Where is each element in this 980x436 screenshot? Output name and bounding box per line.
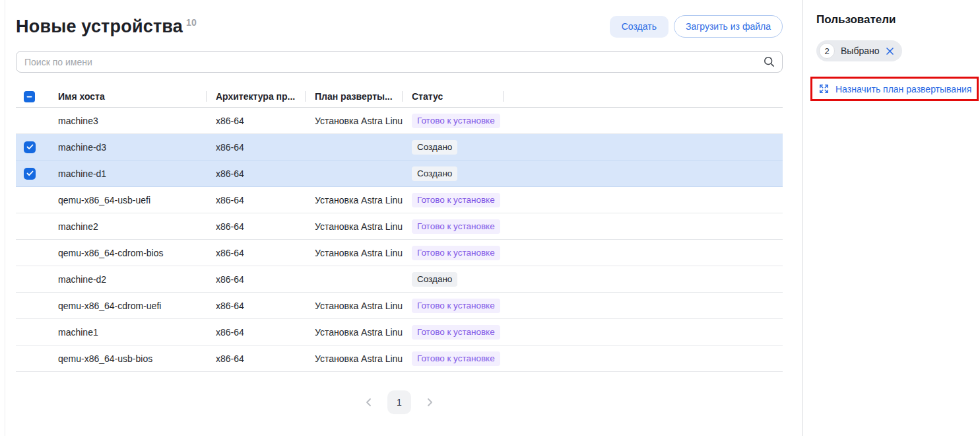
- row-checkbox-cell: [16, 326, 42, 338]
- cell-architecture: x86-64: [207, 327, 306, 338]
- column-header-architecture[interactable]: Архитектура пр...: [207, 86, 306, 107]
- cell-status: Создано: [403, 272, 504, 287]
- row-checkbox[interactable]: [24, 273, 36, 285]
- table-row[interactable]: machine-d3x86-64Создано: [16, 134, 783, 161]
- table-body: machine3x86-64Установка Astra LinuxГотов…: [16, 108, 783, 372]
- cell-architecture: x86-64: [207, 353, 306, 364]
- cell-hostname: machine-d1: [42, 168, 207, 179]
- chevron-left-icon[interactable]: [361, 394, 377, 410]
- cell-architecture: x86-64: [207, 116, 306, 126]
- assign-button-label: Назначить план развертывания: [835, 84, 971, 94]
- sidebar-title: Пользователи: [816, 13, 980, 26]
- column-header-hostname[interactable]: Имя хоста: [42, 86, 207, 107]
- row-checkbox[interactable]: [24, 247, 36, 259]
- status-badge: Готово к установке: [412, 246, 500, 260]
- devices-table: Имя хоста Архитектура пр... План разверт…: [16, 86, 783, 372]
- cell-status: Готово к установке: [403, 193, 504, 207]
- device-count-badge: 10: [186, 17, 197, 28]
- page-number-button[interactable]: 1: [387, 390, 411, 414]
- search-bar: [16, 51, 783, 73]
- cell-architecture: x86-64: [207, 248, 306, 258]
- cell-hostname: qemu-x86_64-cdrom-uefi: [42, 301, 207, 311]
- cell-status: Готово к установке: [403, 325, 504, 340]
- table-row[interactable]: machine3x86-64Установка Astra LinuxГотов…: [16, 108, 783, 134]
- table-row[interactable]: qemu-x86_64-usb-uefix86-64Установка Astr…: [16, 187, 783, 213]
- cell-status: Готово к установке: [403, 246, 504, 260]
- table-row[interactable]: machine-d2x86-64Создано: [16, 266, 783, 293]
- search-icon: [764, 56, 775, 70]
- column-header-status[interactable]: Статус: [403, 86, 504, 107]
- table-row[interactable]: machine-d1x86-64Создано: [16, 161, 783, 187]
- cell-status: Готово к установке: [403, 114, 504, 128]
- select-all-checkbox[interactable]: [24, 91, 35, 102]
- row-checkbox[interactable]: [24, 141, 36, 153]
- status-badge: Готово к установке: [412, 219, 500, 234]
- cell-status: Готово к установке: [403, 351, 504, 366]
- cell-deployment-plan: Установка Astra Linux: [306, 116, 403, 126]
- expand-arrows-icon: [818, 83, 830, 94]
- table-row[interactable]: qemu-x86_64-usb-biosx86-64Установка Astr…: [16, 345, 783, 372]
- devices-panel: Новые устройства10 Создать Загрузить из …: [0, 0, 802, 436]
- cell-deployment-plan: Установка Astra Linux: [306, 353, 403, 364]
- cell-architecture: x86-64: [207, 274, 306, 285]
- row-checkbox[interactable]: [24, 353, 36, 365]
- row-checkbox-cell: [16, 353, 42, 365]
- table-row[interactable]: machine2x86-64Установка Astra LinuxГотов…: [16, 213, 783, 240]
- row-checkbox[interactable]: [24, 326, 36, 338]
- cell-deployment-plan: Установка Astra Linux: [306, 221, 403, 232]
- pagination: 1: [16, 390, 783, 414]
- cell-hostname: qemu-x86_64-usb-bios: [42, 353, 207, 364]
- row-checkbox-cell: [16, 300, 42, 312]
- cell-status: Создано: [403, 140, 504, 155]
- assign-deployment-plan-button[interactable]: Назначить план развертывания: [818, 83, 971, 94]
- page-title: Новые устройства10: [16, 17, 197, 37]
- selected-filter-chip[interactable]: 2 Выбрано: [816, 40, 902, 61]
- cell-deployment-plan: Установка Astra Linux: [306, 301, 403, 311]
- table-row[interactable]: qemu-x86_64-cdrom-biosx86-64Установка As…: [16, 240, 783, 266]
- row-checkbox[interactable]: [24, 221, 36, 233]
- cell-status: Готово к установке: [403, 299, 504, 313]
- status-badge: Готово к установке: [412, 299, 500, 313]
- cell-deployment-plan: Установка Astra Linux: [306, 327, 403, 338]
- status-badge: Создано: [412, 166, 457, 181]
- row-checkbox[interactable]: [24, 168, 36, 180]
- table-header-row: Имя хоста Архитектура пр... План разверт…: [16, 86, 783, 108]
- selected-count-badge: 2: [819, 43, 835, 59]
- table-row[interactable]: qemu-x86_64-cdrom-uefix86-64Установка As…: [16, 293, 783, 319]
- create-button[interactable]: Создать: [610, 16, 669, 38]
- page-title-text: Новые устройства: [16, 17, 183, 36]
- close-icon[interactable]: [886, 47, 894, 55]
- status-badge: Готово к установке: [412, 114, 500, 128]
- status-badge: Готово к установке: [412, 193, 500, 207]
- row-checkbox[interactable]: [24, 194, 36, 206]
- chevron-right-icon[interactable]: [422, 394, 438, 410]
- users-sidebar: Пользователи 2 Выбрано Назначить план ра…: [803, 0, 980, 436]
- row-checkbox-cell: [16, 168, 42, 180]
- toolbar: Создать Загрузить из файла: [610, 15, 783, 38]
- cell-architecture: x86-64: [207, 142, 306, 153]
- table-row[interactable]: machine1x86-64Установка Astra LinuxГотов…: [16, 319, 783, 345]
- cell-architecture: x86-64: [207, 301, 306, 311]
- upload-from-file-button[interactable]: Загрузить из файла: [674, 15, 783, 38]
- row-checkbox-cell: [16, 273, 42, 285]
- row-checkbox-cell: [16, 247, 42, 259]
- row-checkbox[interactable]: [24, 115, 36, 127]
- header-checkbox-cell: [16, 91, 42, 102]
- cell-hostname: machine-d2: [42, 274, 207, 285]
- cell-status: Создано: [403, 166, 504, 181]
- search-input[interactable]: [16, 51, 783, 73]
- row-checkbox[interactable]: [24, 300, 36, 312]
- cell-hostname: machine1: [42, 327, 207, 338]
- cell-hostname: qemu-x86_64-cdrom-bios: [42, 248, 207, 258]
- column-header-deployment-plan[interactable]: План разверты...: [306, 86, 403, 107]
- cell-status: Готово к установке: [403, 219, 504, 234]
- cell-architecture: x86-64: [207, 195, 306, 205]
- row-checkbox-cell: [16, 115, 42, 127]
- cell-deployment-plan: Установка Astra Linux: [306, 248, 403, 258]
- selected-chip-label: Выбрано: [841, 46, 880, 56]
- cell-deployment-plan: Установка Astra Linux: [306, 195, 403, 205]
- status-badge: Готово к установке: [412, 351, 500, 366]
- cell-architecture: x86-64: [207, 168, 306, 179]
- status-badge: Создано: [412, 140, 457, 155]
- page-header: Новые устройства10 Создать Загрузить из …: [16, 15, 783, 38]
